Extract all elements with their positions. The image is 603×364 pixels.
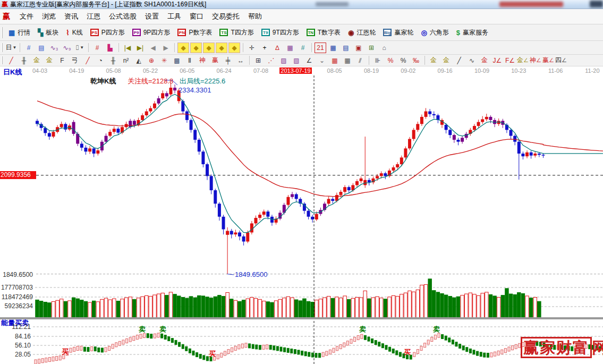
draw-tool-icon[interactable]: ▦ [329, 55, 341, 66]
draw-tool-icon[interactable]: ◔ [95, 55, 106, 66]
draw-tool-icon[interactable]: n² [120, 55, 132, 66]
toolbar-button-P数字表[interactable]: PNP数字表 [174, 26, 216, 39]
draw-tool-icon[interactable]: ◭ [133, 55, 145, 66]
draw-tool-icon[interactable]: 金 [479, 55, 490, 66]
draw-tool-icon[interactable]: ▧ [291, 55, 302, 66]
tool-icon[interactable]: + [259, 43, 270, 53]
draw-tool-icon[interactable]: 金 [440, 55, 452, 66]
toolbar-button-江恩轮[interactable]: ◉江恩轮 [344, 26, 379, 39]
draw-tool-icon[interactable]: ⊪ [372, 55, 384, 66]
draw-tool-icon[interactable]: J∠ [491, 55, 503, 66]
draw-tool-icon[interactable]: 金 [31, 55, 43, 66]
tool-icon[interactable]: ◀ [147, 43, 159, 53]
tool-icon[interactable]: ◆ [216, 43, 227, 53]
draw-tool-icon[interactable]: ╱ [453, 55, 465, 66]
draw-tool-icon[interactable]: ⊕ [146, 55, 157, 66]
tool-icon[interactable]: # [23, 43, 35, 53]
draw-tool-icon[interactable]: ▩ [171, 55, 183, 66]
toolbar-button-六角形[interactable]: ◎六角形 [417, 26, 452, 39]
draw-tool-icon[interactable]: % [397, 55, 409, 66]
menu-item-文件[interactable]: 文件 [15, 11, 38, 21]
draw-tool-icon[interactable]: ╱ [5, 55, 17, 66]
draw-tool-icon[interactable]: 四∠ [555, 55, 567, 66]
tool-icon[interactable]: 日▼ [5, 43, 17, 53]
menu-item-江恩[interactable]: 江恩 [82, 11, 105, 21]
tool-icon[interactable]: # [91, 43, 103, 53]
tool-icon[interactable]: 21 [315, 43, 326, 53]
toolbar-grip[interactable] [1, 56, 3, 64]
tool-icon[interactable]: ▤ [340, 43, 352, 53]
draw-tool-icon[interactable]: F∠ [504, 55, 516, 66]
toolbar-grip[interactable] [1, 27, 3, 38]
tool-icon[interactable]: ▙ [104, 43, 116, 53]
toolbar-button-P四方形[interactable]: PSP四方形 [87, 26, 129, 39]
tool-icon[interactable]: ▣ [353, 43, 364, 53]
menu-item-资讯[interactable]: 资讯 [60, 11, 82, 21]
tool-icon[interactable]: ✛ [246, 43, 258, 53]
draw-tool-icon[interactable]: ╱ [82, 55, 94, 66]
menu-item-工具[interactable]: 工具 [163, 11, 185, 21]
tool-icon[interactable]: ⊞ [366, 43, 377, 53]
tool-icon[interactable]: ◆ [203, 43, 215, 53]
draw-tool-icon[interactable]: 神∠ [530, 55, 541, 66]
draw-tool-icon[interactable]: ⫽ [354, 55, 366, 66]
tool-icon[interactable]: ▶| [134, 43, 146, 53]
osc-bar [361, 334, 363, 338]
draw-tool-icon[interactable]: ✳ [158, 55, 170, 66]
tool-icon[interactable]: ⌷▼ [74, 43, 86, 53]
window-controls-blurred[interactable] [590, 1, 603, 7]
toolbar-button-9T四方形[interactable]: T99T四方形 [258, 26, 303, 39]
toolbar-button-T数字表[interactable]: TNT数字表 [303, 26, 344, 39]
menu-item-帮助[interactable]: 帮助 [244, 11, 266, 21]
toolbar-button-赢家服务[interactable]: $赢家服务 [453, 26, 492, 39]
draw-tool-icon[interactable]: 弓 [69, 55, 81, 66]
draw-tool-icon[interactable]: ╫ [107, 55, 119, 66]
menu-item-公式选股[interactable]: 公式选股 [105, 11, 141, 21]
draw-tool-icon[interactable]: ‰ [410, 55, 422, 66]
toolbar-button-板块[interactable]: ▚板块 [34, 26, 62, 39]
tool-icon[interactable]: ▦ [284, 43, 296, 53]
tool-icon[interactable]: ∿₃ [48, 43, 60, 53]
draw-tool-icon[interactable]: ⊞ [252, 55, 264, 66]
draw-tool-icon[interactable]: 金∠ [517, 55, 529, 66]
toolbar-button-K线[interactable]: ⌇K线 [62, 26, 86, 39]
draw-tool-icon[interactable]: ∠ [303, 55, 315, 66]
toolbar-button-T四方形[interactable]: TST四方形 [216, 26, 257, 39]
tool-icon[interactable]: ▦ [327, 43, 339, 53]
tool-icon[interactable]: # [297, 43, 309, 53]
tool-icon[interactable]: ⌂ [378, 43, 390, 53]
draw-tool-icon[interactable]: 神 [197, 55, 208, 66]
draw-tool-icon[interactable]: % [385, 55, 396, 66]
toolbar-button-行情[interactable]: ▦行情 [5, 26, 34, 39]
draw-tool-icon[interactable]: ╫ [18, 55, 30, 66]
tool-icon[interactable]: ◆ [190, 43, 202, 53]
draw-tool-icon[interactable]: ╪ [222, 55, 234, 66]
draw-tool-icon[interactable]: 金 [428, 55, 439, 66]
draw-tool-icon[interactable]: 金 [44, 55, 55, 66]
draw-tool-icon[interactable]: Ⅱ [184, 55, 196, 66]
tool-icon[interactable]: ◆ [177, 43, 189, 53]
draw-tool-icon[interactable]: F [56, 55, 68, 66]
draw-tool-icon[interactable]: ↔ [235, 55, 247, 66]
draw-tool-icon[interactable]: 赢 [209, 55, 221, 66]
tool-icon[interactable]: |◀ [122, 43, 133, 53]
draw-tool-icon[interactable]: ⋰ [265, 55, 277, 66]
draw-tool-icon[interactable]: ⌄ [316, 55, 328, 66]
tool-icon[interactable]: ◆ [228, 43, 240, 53]
menu-item-设置[interactable]: 设置 [141, 11, 163, 21]
tool-icon[interactable]: ▤ [36, 43, 47, 53]
tool-icon[interactable]: ∿₉ [61, 43, 73, 53]
draw-tool-icon[interactable]: ▨ [278, 55, 290, 66]
toolbar-button-赢家轮[interactable]: Big赢家轮 [379, 26, 417, 39]
draw-tool-icon[interactable]: ∿ [466, 55, 478, 66]
menu-item-交易委托[interactable]: 交易委托 [208, 11, 244, 21]
draw-tool-icon[interactable]: ▦ [342, 55, 353, 66]
toolbar-grip[interactable] [1, 43, 3, 53]
menu-item-窗口[interactable]: 窗口 [185, 11, 208, 21]
tool-icon[interactable]: ▶ [160, 43, 172, 53]
menu-item-浏览[interactable]: 浏览 [38, 11, 60, 21]
kline-chart-svg[interactable] [0, 75, 603, 364]
toolbar-button-9P四方形[interactable]: P99P四方形 [129, 26, 174, 39]
tool-icon[interactable]: ∆ [271, 43, 283, 53]
draw-tool-icon[interactable]: 赢∠ [542, 55, 554, 66]
